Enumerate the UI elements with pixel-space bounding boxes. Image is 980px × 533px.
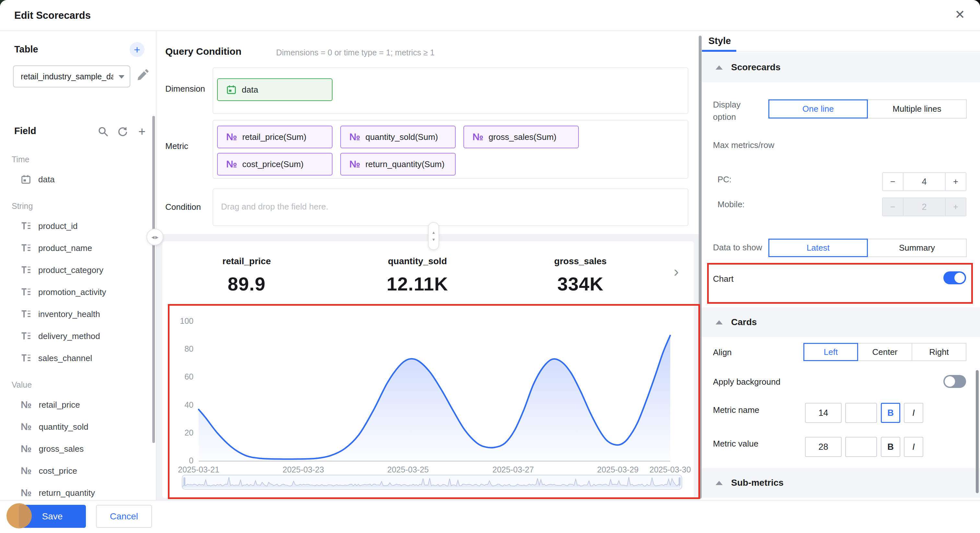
align-right[interactable]: Right: [912, 343, 966, 361]
pill-label: return_quantity(Sum): [365, 159, 444, 169]
style-panel-scrollbar[interactable]: [976, 370, 979, 493]
field-item-product_category[interactable]: product_category: [0, 259, 152, 281]
refresh-icon[interactable]: [117, 125, 128, 137]
field-item-cost_price[interactable]: №cost_price: [0, 460, 152, 482]
metric-name-bold-button[interactable]: B: [881, 403, 900, 423]
section-scorecards[interactable]: Scorecards: [702, 52, 980, 82]
field-item-gross_sales[interactable]: №gross_sales: [0, 438, 152, 460]
metric-name-size-input[interactable]: 14: [805, 403, 842, 423]
field-item-sales_channel[interactable]: sales_channel: [0, 347, 152, 369]
datazoom-right-handle[interactable]: [679, 477, 681, 486]
y-tick-label: 0: [162, 456, 194, 465]
pill-label: retail_price(Sum): [242, 132, 306, 142]
metric-pills: №retail_price(Sum)№quantity_sold(Sum)№gr…: [213, 121, 638, 176]
field-item-inventory_health[interactable]: inventory_health: [0, 303, 152, 325]
chart-toggle[interactable]: [943, 271, 966, 284]
calendar-icon: [226, 84, 237, 95]
plus-icon: +: [134, 43, 140, 56]
field-group-string: Stringproduct_idproduct_nameproduct_cate…: [0, 197, 152, 369]
mobile-value[interactable]: 2: [903, 198, 946, 216]
metric-pill-gross_salesSum[interactable]: №gross_sales(Sum): [463, 125, 579, 148]
field-item-label: return_quantity: [38, 488, 95, 498]
metric-name-italic-button[interactable]: I: [904, 403, 923, 423]
x-tick-label: 2025-03-23: [271, 465, 336, 474]
metric-value-color-picker[interactable]: [845, 437, 877, 457]
pill-label: data: [242, 85, 258, 95]
sidebar-scrollbar[interactable]: [152, 116, 155, 443]
data-to-show-latest[interactable]: Latest: [768, 239, 868, 257]
field-item-promotion_activity[interactable]: promotion_activity: [0, 281, 152, 303]
field-item-retail_price[interactable]: №retail_price: [0, 394, 152, 416]
align-left[interactable]: Left: [803, 343, 858, 361]
numeric-field-icon: №: [473, 132, 483, 142]
text-field-icon: [21, 331, 31, 341]
section-cards-title: Cards: [731, 317, 757, 327]
modal-footer: Save Cancel: [0, 500, 980, 533]
dimension-dropzone[interactable]: data: [213, 67, 688, 114]
area-fill: [199, 335, 670, 461]
numeric-field-icon: №: [21, 400, 32, 409]
metric-pill-retail_priceSum[interactable]: №retail_price(Sum): [217, 125, 332, 148]
numeric-field-icon: №: [21, 488, 32, 498]
field-item-delivery_method[interactable]: delivery_method: [0, 325, 152, 347]
field-group-time: Timedata: [0, 150, 152, 190]
edit-table-icon[interactable]: [135, 69, 149, 82]
field-item-label: promotion_activity: [38, 287, 106, 297]
metric-pill-quantity_soldSum[interactable]: №quantity_sold(Sum): [340, 125, 456, 148]
datazoom-slider[interactable]: [182, 475, 682, 490]
field-item-label: sales_channel: [38, 353, 92, 363]
metric-pill-cost_priceSum[interactable]: №cost_price(Sum): [217, 153, 332, 176]
edit-scorecards-modal: Edit Scorecards ✕ Table + retail_industr…: [0, 0, 980, 533]
scorecard-value: 89.9: [162, 273, 331, 295]
mobile-plus-button[interactable]: +: [946, 198, 966, 216]
field-item-product_id[interactable]: product_id: [0, 215, 152, 237]
metric-value-size-input[interactable]: 28: [805, 437, 842, 457]
dimension-pill-data[interactable]: data: [217, 78, 332, 101]
datazoom-left-handle[interactable]: [183, 477, 185, 486]
numeric-field-icon: №: [21, 466, 32, 476]
section-cards[interactable]: Cards: [702, 307, 980, 337]
x-tick-label: 2025-03-27: [480, 465, 546, 474]
metric-value-italic-button[interactable]: I: [904, 437, 923, 457]
center-scrollbar[interactable]: [699, 36, 702, 499]
tab-style[interactable]: Style: [708, 36, 731, 46]
collapse-left-icon: ◀: [151, 235, 154, 240]
pc-minus-button[interactable]: −: [883, 173, 903, 190]
field-item-quantity_sold[interactable]: №quantity_sold: [0, 416, 152, 438]
display-option-one-line[interactable]: One line: [768, 99, 868, 119]
metric-name-color-picker[interactable]: [845, 403, 877, 423]
metric-name-label: Metric name: [713, 405, 759, 415]
apply-background-toggle[interactable]: [943, 375, 966, 388]
display-option-multiple-lines[interactable]: Multiple lines: [867, 99, 967, 119]
y-tick-label: 20: [162, 428, 194, 438]
metric-value-bold-button[interactable]: B: [881, 437, 900, 457]
query-condition-subtitle: Dimensions = 0 or time type = 1; metrics…: [276, 48, 434, 57]
metric-dropzone[interactable]: №retail_price(Sum)№quantity_sold(Sum)№gr…: [213, 120, 688, 179]
scorecards-next-icon[interactable]: ›: [674, 264, 679, 279]
cancel-button[interactable]: Cancel: [96, 505, 152, 528]
align-center[interactable]: Center: [858, 343, 912, 361]
modal-title: Edit Scorecards: [14, 10, 91, 21]
field-section-label: Field: [14, 125, 36, 136]
field-list: TimedataStringproduct_idproduct_nameprod…: [0, 150, 152, 526]
metric-pill-return_quantitySum[interactable]: №return_quantity(Sum): [340, 153, 456, 176]
text-field-icon: [21, 287, 31, 297]
field-item-data[interactable]: data: [0, 168, 152, 190]
field-item-label: inventory_health: [38, 309, 100, 319]
search-icon[interactable]: [97, 125, 109, 137]
panel-splitter-handle[interactable]: ▲ ▼: [428, 222, 439, 250]
field-item-product_name[interactable]: product_name: [0, 237, 152, 259]
metric-value-label: Metric value: [713, 439, 758, 449]
table-select[interactable]: retail_industry_sample_dat: [13, 65, 130, 87]
mobile-minus-button[interactable]: −: [883, 198, 903, 216]
section-scorecards-title: Scorecards: [731, 62, 781, 73]
section-sub-metrics[interactable]: Sub-metrics: [702, 468, 980, 498]
add-table-button[interactable]: +: [130, 42, 145, 57]
pc-value[interactable]: 4: [903, 173, 946, 190]
add-field-icon[interactable]: +: [136, 125, 148, 137]
sidebar-collapse-handle[interactable]: ◀▶: [146, 228, 163, 246]
close-icon[interactable]: ✕: [955, 8, 965, 21]
data-to-show-summary[interactable]: Summary: [867, 239, 967, 257]
numeric-field-icon: №: [21, 444, 32, 454]
pc-plus-button[interactable]: +: [946, 173, 966, 190]
